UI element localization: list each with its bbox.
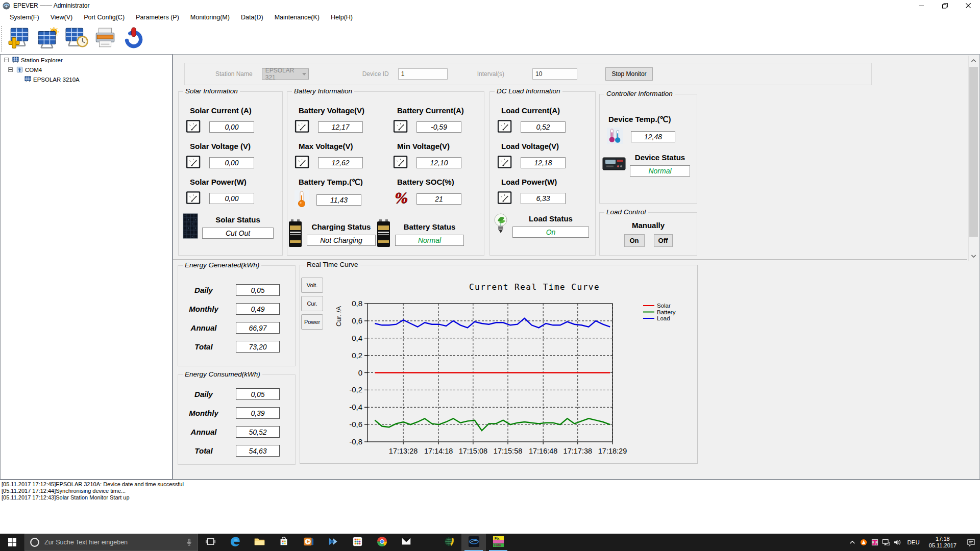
taskbar-app-epever-monitor[interactable] (461, 534, 486, 551)
metric-value: 12,10 (416, 157, 461, 168)
load-control-panel: Load Control Manually On Off (599, 212, 697, 256)
interval-input[interactable]: 10 (532, 68, 577, 80)
status-label: Battery Status (404, 222, 456, 231)
tree-label[interactable]: Station Explorer (21, 57, 63, 63)
menu-item-view-v-[interactable]: View(V) (45, 12, 79, 22)
panel-clock-icon (65, 27, 88, 51)
status-value: On (512, 227, 589, 238)
svg-text:-0,8: -0,8 (349, 437, 362, 446)
metric-battery-voltage-v: Battery Voltage(V)12,17 (287, 106, 386, 136)
interval-label: Interval(s) (477, 70, 504, 78)
energy-value: 0,05 (236, 388, 280, 400)
search-placeholder: Zur Suche Text hier eingeben (44, 539, 186, 546)
collapse-icon[interactable] (4, 58, 9, 62)
log-panel: [05.11.2017 17:12:45]EPSOLAR 3210A: Devi… (0, 480, 980, 534)
menu-item-maintenance-k-[interactable]: Maintenance(K) (269, 12, 325, 22)
taskbar-app-media-center[interactable] (321, 534, 345, 551)
dc-load-metrics: Load Current(A)0,52Load Voltage(V)12,18L… (490, 92, 595, 207)
station-name-value: EPSOLAR 321 (265, 67, 298, 81)
scrollbar-thumb[interactable] (969, 67, 978, 237)
start-button[interactable] (0, 534, 24, 551)
metric-label: Load Current(A) (501, 106, 595, 115)
real-time-monitor-button[interactable] (63, 26, 90, 52)
svg-text:17:14:18: 17:14:18 (424, 447, 453, 455)
station-name-select[interactable]: EPSOLAR 321 (262, 68, 309, 80)
taskbar-app-file-explorer[interactable] (247, 534, 272, 551)
svg-text:Load: Load (657, 315, 670, 321)
menu-item-system-f-[interactable]: System(F) (4, 12, 45, 22)
svg-text:0,2: 0,2 (352, 351, 362, 360)
action-center-icon[interactable] (962, 538, 980, 547)
tray-avast-icon[interactable] (858, 538, 869, 546)
tray-telekom-icon[interactable] (869, 538, 880, 546)
vertical-scrollbar (968, 56, 978, 261)
taskbar-app-media-player[interactable] (296, 534, 321, 551)
menu-item-parameters-p-[interactable]: Parameters (P) (130, 12, 185, 22)
close-button[interactable] (957, 0, 980, 11)
taskbar-app-mail[interactable] (394, 534, 419, 551)
svg-text:17:13:28: 17:13:28 (389, 447, 418, 455)
taskbar-app-web-globe[interactable] (437, 534, 461, 551)
tree-item-device[interactable]: EPSOLAR 3210A (1, 75, 172, 84)
exit-button[interactable] (120, 26, 147, 52)
add-station-button[interactable] (6, 26, 33, 52)
microphone-icon[interactable] (186, 538, 192, 547)
menu-item-data-d-[interactable]: Data(D) (235, 12, 269, 22)
energy-value: 66,97 (236, 322, 280, 334)
metric-value: 0,52 (521, 121, 566, 133)
tree-label[interactable]: EPSOLAR 3210A (33, 77, 80, 83)
metric-value: 6,33 (521, 193, 566, 204)
tree-label[interactable]: COM4 (25, 67, 42, 73)
clock[interactable]: 17:18 05.11.2017 (924, 536, 962, 549)
svg-text:Fix: Fix (494, 537, 499, 540)
metric-battery-soc: Battery SOC(%)%21 (386, 178, 484, 210)
tray-network-icon[interactable] (880, 538, 892, 546)
search-input[interactable]: Zur Suche Text hier eingeben (24, 534, 198, 551)
window-title: EPEVER —— Administrator (13, 2, 89, 9)
mail-icon (401, 536, 412, 549)
energy-label: Total (178, 446, 229, 455)
tree-item-station-explorer[interactable]: Station Explorer (1, 56, 172, 64)
scroll-down-button[interactable] (969, 252, 978, 260)
load-off-button[interactable]: Off (654, 234, 673, 247)
metric-label: Battery Voltage(V) (299, 106, 386, 115)
energy-row-annual: Annual66,97 (178, 322, 295, 334)
scroll-up-button[interactable] (969, 56, 978, 65)
tree-item-com4[interactable]: COM4 (1, 65, 172, 74)
menu-bar: System(F)View(V)Port Config(C)Parameters… (0, 11, 980, 23)
tray-volume-icon[interactable] (892, 538, 903, 546)
taskbar-app-app-launcher[interactable] (345, 534, 370, 551)
metric-label: Device Temp.(℃) (608, 115, 697, 124)
minimize-button[interactable] (910, 0, 933, 11)
toolbar-grip[interactable] (1, 26, 4, 52)
battery-metrics: Battery Voltage(V)12,17Battery Current(A… (287, 92, 484, 216)
taskbar-app-edge[interactable] (223, 534, 247, 551)
device-id-input[interactable]: 1 (398, 68, 448, 80)
tray-chevron-up-icon[interactable] (847, 538, 858, 546)
stop-monitor-button[interactable]: Stop Monitor (605, 67, 653, 81)
dc-load-information-panel: DC Load Information Load Current(A)0,52L… (489, 91, 596, 256)
solar-status-area: Solar StatusCut Out (183, 213, 282, 241)
collapse-icon[interactable] (8, 67, 13, 72)
menu-item-help-h-[interactable]: Help(H) (325, 12, 358, 22)
taskbar-app-chrome[interactable] (370, 534, 394, 551)
taskbar-app-fixfoto[interactable]: FixFoto (486, 534, 510, 551)
metric-value: 0,00 (209, 157, 254, 168)
station-config-button[interactable] (35, 26, 61, 52)
main-panel: Station Name EPSOLAR 321 Device ID 1 Int… (173, 54, 980, 480)
print-button[interactable] (92, 26, 118, 52)
svg-text:Foto: Foto (494, 543, 501, 546)
language-indicator[interactable]: DEU (903, 539, 923, 545)
metric-value: 12,48 (631, 131, 675, 142)
taskbar-app-task-view[interactable] (198, 534, 223, 551)
menu-item-port-config-c-[interactable]: Port Config(C) (78, 12, 130, 22)
load-on-button[interactable]: On (624, 234, 645, 247)
metric-value: -0,59 (416, 121, 461, 133)
panel-title: Energy Generated(kWh) (183, 261, 261, 269)
restore-button[interactable] (933, 0, 957, 11)
taskbar-app-store[interactable] (272, 534, 296, 551)
battery-information-panel: Battery Information Battery Voltage(V)12… (287, 91, 484, 256)
chrome-icon (376, 536, 388, 549)
svg-text:%: % (394, 190, 408, 206)
menu-item-monitoring-m-[interactable]: Monitoring(M) (185, 12, 235, 22)
